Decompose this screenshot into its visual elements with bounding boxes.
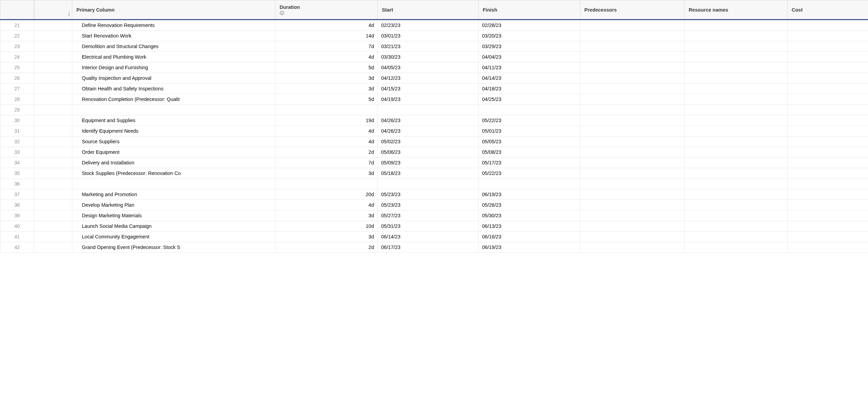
finish-cell[interactable]: 04/11/23 <box>479 62 580 73</box>
duration-cell[interactable]: 4d <box>275 136 378 147</box>
start-cell[interactable]: 04/15/23 <box>378 84 479 94</box>
primary-cell[interactable]: Develop Marketing Plan <box>72 200 275 210</box>
primary-cell[interactable]: Grand Opening Event (Predecessor: Stock … <box>72 242 275 252</box>
cost-cell[interactable] <box>788 115 868 126</box>
resource-names-cell[interactable] <box>685 20 788 30</box>
duration-cell[interactable]: 2d <box>275 242 378 252</box>
duration-cell[interactable]: 3d <box>275 210 378 221</box>
predecessors-cell[interactable] <box>580 168 685 178</box>
duration-cell[interactable]: 14d <box>275 31 378 41</box>
cost-cell[interactable] <box>788 221 868 231</box>
primary-cell[interactable]: Interior Design and Furnishing <box>72 62 275 73</box>
predecessors-cell[interactable] <box>580 31 685 41</box>
resource-names-cell[interactable] <box>685 200 788 210</box>
primary-cell[interactable]: Delivery and Installation <box>72 158 275 168</box>
resource-names-cell[interactable] <box>685 189 788 200</box>
primary-cell[interactable]: Marketing and Promotion <box>72 189 275 200</box>
finish-cell[interactable]: 06/16/23 <box>479 232 580 242</box>
cost-cell[interactable] <box>788 200 868 210</box>
cost-cell[interactable] <box>788 136 868 147</box>
cost-cell[interactable] <box>788 105 868 115</box>
header-info[interactable]: i <box>34 0 72 19</box>
predecessors-cell[interactable] <box>580 242 685 252</box>
primary-cell[interactable]: Define Renovation Requirements <box>72 20 275 30</box>
start-cell[interactable]: 05/06/23 <box>378 147 479 157</box>
start-cell[interactable]: 04/05/23 <box>378 62 479 73</box>
duration-cell[interactable]: 4d <box>275 126 378 136</box>
finish-cell[interactable]: 06/19/23 <box>479 189 580 200</box>
predecessors-cell[interactable] <box>580 147 685 157</box>
primary-cell[interactable]: Demolition and Structural Changes <box>72 41 275 52</box>
finish-cell[interactable]: 05/17/23 <box>479 158 580 168</box>
primary-cell[interactable]: Identify Equipment Needs <box>72 126 275 136</box>
predecessors-cell[interactable] <box>580 221 685 231</box>
resource-names-cell[interactable] <box>685 168 788 178</box>
cost-cell[interactable] <box>788 232 868 242</box>
start-cell[interactable]: 05/31/23 <box>378 221 479 231</box>
start-cell[interactable]: 05/23/23 <box>378 189 479 200</box>
primary-cell[interactable]: Quality Inspection and Approval <box>72 73 275 83</box>
predecessors-cell[interactable] <box>580 62 685 73</box>
finish-cell[interactable]: 05/30/23 <box>479 210 580 221</box>
duration-cell[interactable]: 3d <box>275 168 378 178</box>
start-cell[interactable] <box>378 105 479 115</box>
finish-cell[interactable]: 03/20/23 <box>479 31 580 41</box>
predecessors-cell[interactable] <box>580 73 685 83</box>
resource-names-cell[interactable] <box>685 94 788 104</box>
header-predecessors[interactable]: Predecessors <box>580 0 685 19</box>
start-cell[interactable]: 03/21/23 <box>378 41 479 52</box>
start-cell[interactable]: 05/02/23 <box>378 136 479 147</box>
start-cell[interactable]: 05/09/23 <box>378 158 479 168</box>
header-primary-column[interactable]: Primary Column <box>72 0 275 19</box>
finish-cell[interactable]: 05/26/23 <box>479 200 580 210</box>
start-cell[interactable] <box>378 179 479 189</box>
predecessors-cell[interactable] <box>580 179 685 189</box>
duration-cell[interactable]: 5d <box>275 62 378 73</box>
finish-cell[interactable]: 05/05/23 <box>479 136 580 147</box>
primary-cell[interactable]: Source Suppliers <box>72 136 275 147</box>
start-cell[interactable]: 05/18/23 <box>378 168 479 178</box>
finish-cell[interactable]: 05/08/23 <box>479 147 580 157</box>
resource-names-cell[interactable] <box>685 158 788 168</box>
duration-cell[interactable]: 3d <box>275 232 378 242</box>
start-cell[interactable]: 06/17/23 <box>378 242 479 252</box>
header-cost[interactable]: Cost <box>788 0 868 19</box>
start-cell[interactable]: 05/23/23 <box>378 200 479 210</box>
predecessors-cell[interactable] <box>580 158 685 168</box>
duration-cell[interactable]: 3d <box>275 84 378 94</box>
resource-names-cell[interactable] <box>685 126 788 136</box>
predecessors-cell[interactable] <box>580 94 685 104</box>
duration-cell[interactable]: 4d <box>275 200 378 210</box>
resource-names-cell[interactable] <box>685 52 788 62</box>
duration-cell[interactable]: 2d <box>275 147 378 157</box>
predecessors-cell[interactable] <box>580 126 685 136</box>
duration-cell[interactable]: 19d <box>275 115 378 126</box>
duration-cell[interactable]: 7d <box>275 158 378 168</box>
primary-cell[interactable]: Stock Supplies (Predecessor: Renovation … <box>72 168 275 178</box>
finish-cell[interactable]: 06/19/23 <box>479 242 580 252</box>
primary-cell[interactable]: Renovation Completion (Predecessor: Qual… <box>72 94 275 104</box>
finish-cell[interactable]: 04/04/23 <box>479 52 580 62</box>
cost-cell[interactable] <box>788 158 868 168</box>
start-cell[interactable]: 04/26/23 <box>378 115 479 126</box>
start-cell[interactable]: 05/27/23 <box>378 210 479 221</box>
cost-cell[interactable] <box>788 126 868 136</box>
duration-cell[interactable] <box>275 105 378 115</box>
resource-names-cell[interactable] <box>685 115 788 126</box>
finish-cell[interactable] <box>479 179 580 189</box>
finish-cell[interactable] <box>479 105 580 115</box>
cost-cell[interactable] <box>788 210 868 221</box>
duration-cell[interactable]: 10d <box>275 221 378 231</box>
predecessors-cell[interactable] <box>580 136 685 147</box>
predecessors-cell[interactable] <box>580 84 685 94</box>
resource-names-cell[interactable] <box>685 232 788 242</box>
resource-names-cell[interactable] <box>685 136 788 147</box>
header-duration[interactable]: Duration <box>275 0 378 19</box>
finish-cell[interactable]: 02/28/23 <box>479 20 580 30</box>
predecessors-cell[interactable] <box>580 115 685 126</box>
finish-cell[interactable]: 05/01/23 <box>479 126 580 136</box>
finish-cell[interactable]: 03/29/23 <box>479 41 580 52</box>
resource-names-cell[interactable] <box>685 147 788 157</box>
duration-cell[interactable]: 5d <box>275 94 378 104</box>
primary-cell[interactable]: Equipment and Supplies <box>72 115 275 126</box>
